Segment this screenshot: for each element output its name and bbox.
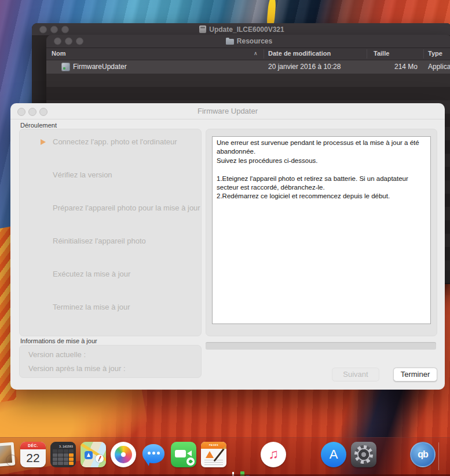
dock-maps-icon[interactable] — [81, 442, 106, 467]
step-prepare-camera: Préparez l'appareil photo pour la mise à… — [53, 202, 200, 214]
music-note-icon — [268, 447, 279, 461]
dock-system-preferences-icon[interactable] — [351, 442, 376, 467]
step-label: Exécutez la mise à jour — [53, 270, 130, 278]
step-label: Réinitialisez l'appareil photo — [53, 237, 146, 245]
next-button[interactable]: Suivant — [332, 368, 379, 381]
map-compass — [96, 455, 104, 463]
finish-button[interactable]: Terminer — [393, 368, 437, 381]
window-title-area: Update_ILCE6000V321 — [32, 23, 450, 35]
column-divider — [367, 49, 367, 59]
dock-numbers-icon[interactable] — [231, 467, 256, 476]
chart-bar-green — [240, 471, 244, 476]
calculator-keys — [53, 449, 74, 465]
window-title-area: Resources — [46, 35, 450, 48]
message-panel: Une erreur est survenue pendant le proce… — [206, 129, 437, 336]
dock-photos-icon[interactable] — [111, 442, 136, 467]
dock-messages-icon[interactable] — [141, 442, 166, 467]
column-header-type[interactable]: Type — [428, 50, 442, 57]
finder-resources-titlebar[interactable]: Resources — [46, 35, 450, 48]
step-connect: Connectez l'app. photo et l'ordinateur — [53, 136, 177, 148]
dock-calendar-icon[interactable]: DÉC. 22 — [20, 442, 46, 467]
progress-bar — [206, 342, 436, 350]
active-step-arrow-icon — [41, 139, 46, 145]
typing-dots — [141, 452, 166, 455]
column-header-name[interactable]: Nom — [52, 50, 65, 57]
calculator-display: 3.141593 — [53, 444, 74, 449]
step-finish-update: Terminez la mise à jour — [53, 301, 130, 313]
gear-icon — [354, 445, 373, 464]
after-version-label: Version après la mise à jour : — [28, 364, 126, 373]
file-size: 214 Mo — [367, 63, 418, 71]
step-verify-version: Vérifiez la version — [53, 169, 112, 181]
app-store-letter: A — [330, 447, 338, 462]
video-camera-lens — [187, 450, 192, 456]
handset-badge — [186, 457, 195, 466]
pages-graphic — [206, 451, 214, 458]
bubble-tail — [144, 460, 150, 466]
file-list-header: Nom ∧ Date de modification Taille Type — [46, 48, 450, 60]
window-title: Update_ILCE6000V321 — [209, 26, 284, 34]
dialog-titlebar[interactable]: Firmware Updater — [10, 103, 445, 119]
sort-ascending-icon: ∧ — [254, 50, 258, 56]
table-row[interactable]: FirmwareUpdater 20 janvier 2016 à 10:28 … — [46, 60, 450, 74]
dialog-title: Firmware Updater — [10, 107, 445, 115]
progress-section-label: Déroulement — [20, 122, 57, 129]
folder-icon — [226, 39, 234, 45]
window-title: Resources — [237, 37, 272, 45]
current-version-label: Version actuelle : — [28, 350, 86, 359]
calendar-month: DÉC. — [20, 442, 46, 449]
info-section-label: Informations de mise à jour — [20, 337, 97, 344]
file-type: Application — [428, 63, 450, 71]
video-camera-body — [175, 450, 186, 457]
desktop: Update_ILCE6000V321 Resources Nom ∧ Date… — [0, 0, 450, 476]
step-label: Connectez l'app. photo et l'ordinateur — [53, 137, 177, 146]
column-header-date[interactable]: Date de modification — [268, 50, 331, 57]
disk-icon — [199, 26, 206, 33]
dock-itunes-icon[interactable] — [261, 442, 286, 467]
dock-mail-icon[interactable] — [0, 442, 16, 467]
dock-app-store-icon[interactable]: A — [321, 442, 346, 467]
qbittorrent-logo-text: qb — [418, 449, 428, 460]
dock-pages-icon[interactable]: PAGES — [201, 442, 226, 467]
step-label: Préparez l'appareil photo pour la mise à… — [53, 204, 200, 212]
column-divider — [423, 49, 424, 59]
steps-panel: Connectez l'app. photo et l'ordinateur V… — [19, 129, 202, 336]
application-file-icon — [61, 63, 70, 71]
map-location-arrow — [85, 451, 93, 459]
version-info-box: Version actuelle : Version après la mise… — [19, 345, 202, 378]
step-label: Terminez la mise à jour — [53, 303, 130, 311]
postmark-circle — [6, 455, 17, 466]
step-label: Vérifiez la version — [53, 170, 112, 179]
calendar-day: 22 — [20, 449, 46, 466]
photos-flower — [115, 446, 132, 463]
error-message-textbox[interactable]: Une erreur est survenue pendant le proce… — [212, 136, 431, 324]
step-run-update: Exécutez la mise à jour — [53, 268, 130, 280]
column-header-size[interactable]: Taille — [374, 50, 389, 57]
file-date-modified: 20 janvier 2016 à 10:28 — [268, 63, 341, 71]
file-name: FirmwareUpdater — [73, 63, 127, 71]
dock-separator — [438, 442, 439, 470]
dock-facetime-icon[interactable] — [171, 442, 196, 467]
column-divider — [264, 49, 264, 59]
chart-axis — [232, 472, 234, 476]
dock-qbittorrent-icon[interactable]: qb — [410, 442, 436, 467]
dock-calculator-icon[interactable]: 3.141593 — [50, 442, 76, 467]
dock: DÉC. 22 3.141593 PAGES — [0, 437, 450, 476]
step-reset-camera: Réinitialisez l'appareil photo — [53, 235, 146, 247]
firmware-updater-dialog[interactable]: Firmware Updater Déroulement Connectez l… — [10, 103, 445, 390]
finder-volume-titlebar[interactable]: Update_ILCE6000V321 — [32, 23, 450, 36]
